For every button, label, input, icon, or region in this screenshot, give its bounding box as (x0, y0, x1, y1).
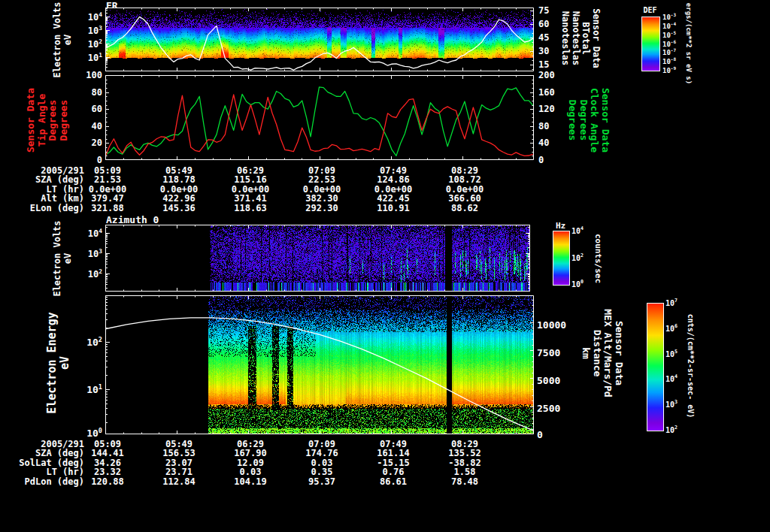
tick-label: 200 (538, 71, 555, 80)
er-spectrogram-canvas (105, 8, 534, 71)
tick-label: 60 (92, 104, 102, 113)
tick-label: 2500 (537, 404, 560, 413)
energy-colorbar (647, 303, 664, 431)
tick-label: 10000 (537, 320, 566, 330)
tick-label: 10-9 (662, 66, 676, 74)
row-value: 86.61 (357, 476, 429, 487)
row-value: 110.91 (357, 203, 429, 213)
orbit-summary-plot-page: { "panel_er": { "title": "ER", "ylabel_l… (0, 0, 770, 532)
energy-right-axis-ticks: 100007500500025000 (537, 295, 576, 434)
row-value: 120.88 (71, 476, 144, 487)
tick-label: 10-5 (662, 31, 676, 39)
tick-label: 102 (88, 269, 102, 279)
tick-label: 100 (86, 428, 102, 438)
azimuth-left-axis-ticks: 104103102 (74, 225, 102, 292)
tick-label: 10-7 (662, 48, 676, 56)
tick-label: 104 (88, 228, 102, 238)
azimuth-panel-title: Azimuth 0 (106, 214, 159, 225)
energy-ylabel: Electron EnergyeV (46, 312, 71, 413)
er-colorbar-ticks: 10-310-410-510-610-710-810-9 (662, 17, 688, 70)
tick-label: 40 (92, 122, 102, 131)
row-value: 112.84 (143, 476, 215, 487)
tick-label: 0 (97, 156, 102, 165)
table-row: 2005/29105:0905:4906:2907:0907:4908:29 (0, 439, 556, 449)
row-value: 145.36 (143, 203, 215, 213)
tick-label: 103 (88, 26, 102, 35)
row-value: 104.19 (214, 476, 286, 487)
tick-label: 106 (665, 324, 678, 332)
tip-angle-axis-label: Sensor DataTip AngleDegreesDegrees (26, 88, 70, 153)
tick-label: 20 (92, 138, 102, 147)
energy-colorbar-unit: cnts/(cm**2-sr-sec- eV) (687, 314, 695, 418)
er-colorbar (641, 17, 660, 71)
tick-label: 10-8 (662, 57, 676, 65)
er-right-axis-label: Sensor DataBTotalNanoteslasNanoteslas (560, 8, 601, 68)
tick-label: 15 (538, 60, 549, 69)
table-row: LT (hr)23.3223.710.030.350.761.58 (0, 467, 556, 476)
tick-label: 5000 (537, 376, 560, 385)
tick-label: 30 (538, 47, 549, 56)
angles-right-axis-ticks: 20016012080400 (538, 75, 568, 160)
tick-label: 60 (538, 20, 549, 29)
azimuth-spectrogram-canvas (105, 225, 530, 292)
er-left-axis-ticks: 104103102101 (74, 8, 102, 71)
tick-label: 10-3 (662, 13, 676, 21)
tick-label: 80 (92, 88, 102, 97)
tick-label: 100 (86, 71, 102, 80)
tick-label: 104 (571, 226, 584, 234)
row-value: 292.30 (286, 203, 358, 213)
row-value: 321.88 (71, 203, 144, 213)
energy-spectrogram-canvas (105, 295, 534, 434)
tick-label: 120 (538, 104, 555, 113)
row-value: 88.62 (429, 203, 501, 213)
table-row: SZA (deg)21.53118.78115.1622.53124.86108… (0, 174, 556, 184)
azimuth-colorbar-title: Hz (551, 221, 570, 231)
tick-label: 10-4 (662, 22, 676, 30)
table-row: Alt (km)379.47422.96371.41382.30422.4536… (0, 193, 556, 203)
tick-label: 104 (665, 374, 678, 382)
tick-label: 102 (88, 39, 102, 49)
row-value: 95.37 (286, 476, 358, 487)
tick-label: 160 (538, 88, 555, 97)
distance-axis-label: Sensor DataMEX Alt/Mars/PdDistancekm (581, 309, 625, 397)
tick-label: 45 (538, 33, 549, 42)
tick-label: 101 (86, 384, 102, 394)
tick-label: 100 (571, 280, 584, 288)
clock-angle-axis-label: Sensor DataClock AngleDegreesDegrees (567, 88, 611, 153)
tick-label: 101 (88, 53, 102, 62)
tick-label: 80 (538, 122, 549, 131)
tick-label: 102 (86, 337, 102, 347)
azimuth-colorbar-unit: counts/sec (593, 234, 603, 283)
azimuth-ylabel: Electron VoltseV (53, 220, 73, 296)
tick-label: 40 (538, 138, 549, 147)
tick-label: 0 (537, 430, 543, 440)
table-row: PdLon (deg)120.88112.84104.1995.3786.617… (0, 476, 556, 486)
tick-label: 7500 (537, 348, 560, 358)
tick-label: 0 (538, 156, 544, 165)
er-colorbar-unit: ergs/(cm**2 sr eV s) (685, 3, 693, 84)
tick-label: 104 (88, 12, 102, 22)
tick-label: 102 (571, 253, 584, 261)
er-colorbar-title: DEF (640, 6, 660, 14)
angles-left-axis-ticks: 100806040200 (74, 75, 102, 160)
table-row: SolLat (deg)34.2623.0712.090.03-15.15-38… (0, 458, 556, 467)
table-row: LT (hr)0.0e+000.0e+000.0e+000.0e+000.0e+… (0, 184, 556, 194)
tick-label: 103 (665, 400, 678, 408)
tick-label: 107 (665, 298, 678, 307)
azimuth-colorbar (553, 231, 570, 286)
table-row: 2005/29105:0905:4906:2907:0907:4908:29 (0, 165, 556, 175)
tick-label: 103 (88, 249, 102, 258)
table-row: SZA (deg)144.41156.53167.90174.76161.141… (0, 448, 556, 458)
row-value: 118.63 (214, 203, 286, 213)
tick-label: 105 (665, 349, 678, 358)
tick-label: 75 (538, 6, 549, 15)
energy-left-axis-ticks: 102101100 (72, 295, 102, 434)
table-row: ELon (deg)321.88145.36118.63292.30110.91… (0, 203, 556, 213)
angles-plot-canvas (105, 75, 534, 160)
tick-label: 102 (665, 425, 678, 434)
row-value: 78.48 (429, 476, 501, 487)
er-ylabel: Electron VoltseV (53, 2, 73, 77)
